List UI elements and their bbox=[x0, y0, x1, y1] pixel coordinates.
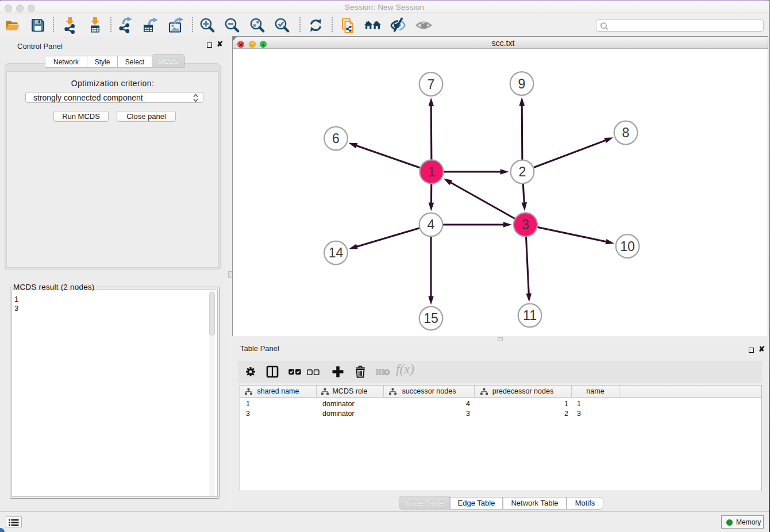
svg-text:10: 10 bbox=[620, 239, 635, 254]
svg-text:7: 7 bbox=[428, 77, 435, 92]
svg-text:3: 3 bbox=[522, 217, 529, 232]
svg-text:8: 8 bbox=[622, 125, 630, 140]
svg-text:4: 4 bbox=[428, 217, 435, 232]
svg-text:1: 1 bbox=[428, 164, 436, 179]
svg-text:15: 15 bbox=[424, 311, 438, 326]
svg-text:9: 9 bbox=[518, 76, 526, 91]
svg-text:6: 6 bbox=[332, 131, 340, 146]
svg-text:2: 2 bbox=[519, 164, 526, 179]
svg-text:11: 11 bbox=[523, 308, 537, 323]
svg-text:14: 14 bbox=[329, 245, 344, 260]
